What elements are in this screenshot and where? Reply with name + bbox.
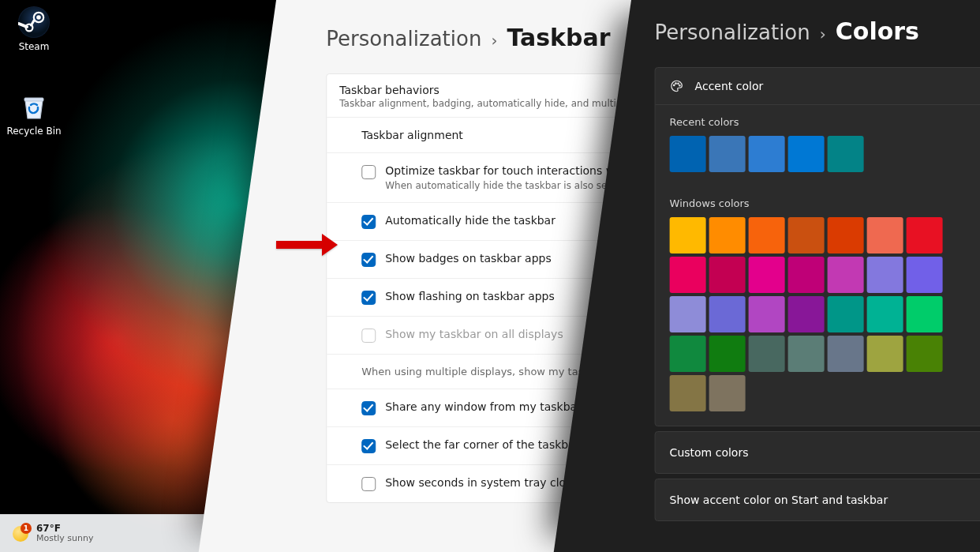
windows-colors-swatches: [670, 217, 974, 411]
color-swatch[interactable]: [788, 217, 825, 253]
steam-icon: [18, 6, 50, 38]
breadcrumb: Personalization › Colors: [655, 17, 980, 45]
color-swatch[interactable]: [709, 336, 746, 372]
weather-condition: Mostly sunny: [36, 534, 93, 543]
taskbar-weather-widget[interactable]: 1 67°F Mostly sunny: [8, 515, 96, 552]
svg-point-6: [675, 83, 677, 84]
desktop-icon-recycle-bin[interactable]: Recycle Bin: [5, 91, 63, 137]
breadcrumb-current: Taskbar: [507, 24, 610, 51]
weather-badge: 1: [21, 523, 32, 534]
color-swatch[interactable]: [828, 257, 864, 293]
svg-rect-4: [24, 98, 43, 101]
desktop-icon-steam[interactable]: Steam: [5, 6, 63, 52]
color-swatch[interactable]: [670, 336, 706, 372]
svg-point-2: [36, 15, 41, 20]
breadcrumb-parent[interactable]: Personalization: [655, 21, 810, 44]
color-swatch[interactable]: [709, 136, 746, 172]
color-swatch[interactable]: [867, 336, 903, 372]
svg-point-7: [678, 83, 679, 84]
color-swatch[interactable]: [788, 296, 825, 332]
color-swatch[interactable]: [828, 296, 864, 332]
accent-color-card: Accent color Recent colors Windows color…: [655, 67, 980, 426]
color-swatch[interactable]: [828, 217, 864, 253]
color-swatch[interactable]: [867, 217, 903, 253]
chevron-right-icon: ›: [820, 24, 826, 43]
checkbox[interactable]: [361, 477, 376, 491]
color-swatch[interactable]: [709, 296, 746, 332]
recent-colors-section: Recent colors: [656, 104, 980, 186]
weather-text: 67°F Mostly sunny: [36, 524, 93, 543]
checkbox[interactable]: [361, 401, 376, 415]
palette-icon: [670, 79, 684, 93]
color-swatch[interactable]: [709, 257, 746, 293]
color-swatch[interactable]: [907, 217, 943, 253]
color-swatch[interactable]: [670, 296, 706, 332]
section-label: Recent colors: [670, 116, 974, 128]
breadcrumb-current: Colors: [836, 17, 919, 45]
color-swatch[interactable]: [907, 336, 943, 372]
color-swatch[interactable]: [709, 375, 746, 411]
color-swatch[interactable]: [788, 136, 825, 172]
recent-colors-swatches: [670, 136, 974, 172]
checkbox[interactable]: [361, 165, 376, 179]
recycle-bin-icon: [18, 91, 50, 122]
callout-arrow: [276, 234, 338, 256]
section-label: Windows colors: [670, 197, 974, 209]
windows-colors-section: Windows colors: [656, 186, 980, 426]
chevron-right-icon: ›: [491, 31, 497, 50]
color-swatch[interactable]: [867, 257, 903, 293]
breadcrumb-parent[interactable]: Personalization: [326, 27, 481, 51]
color-swatch[interactable]: [828, 136, 864, 172]
custom-colors-card[interactable]: Custom colors: [655, 431, 980, 474]
color-swatch[interactable]: [749, 136, 785, 172]
color-swatch[interactable]: [670, 136, 706, 172]
checkbox[interactable]: [361, 329, 376, 343]
desktop-icon-label: Steam: [5, 41, 63, 52]
color-swatch[interactable]: [749, 296, 785, 332]
checkbox[interactable]: [361, 439, 376, 453]
color-swatch[interactable]: [749, 257, 785, 293]
weather-icon: 1: [11, 524, 30, 543]
color-swatch[interactable]: [907, 296, 943, 332]
color-swatch[interactable]: [670, 375, 706, 411]
settings-colors-panel: Personalization › Colors Accent color Re…: [595, 0, 980, 521]
color-swatch[interactable]: [749, 217, 785, 253]
color-swatch[interactable]: [907, 257, 943, 293]
checkbox[interactable]: [361, 291, 376, 305]
color-swatch[interactable]: [867, 296, 903, 332]
desktop-icon-label: Recycle Bin: [5, 126, 63, 137]
color-swatch[interactable]: [670, 217, 706, 253]
color-swatch[interactable]: [788, 257, 825, 293]
color-swatch[interactable]: [670, 257, 706, 293]
color-swatch[interactable]: [828, 336, 864, 372]
setting-accent-color[interactable]: Accent color: [656, 68, 980, 104]
color-swatch[interactable]: [709, 217, 746, 253]
color-swatch[interactable]: [749, 336, 785, 372]
accent-on-start-card[interactable]: Show accent color on Start and taskbar: [655, 479, 980, 521]
svg-point-8: [679, 85, 681, 87]
color-swatch[interactable]: [788, 336, 825, 372]
checkbox[interactable]: [361, 215, 376, 229]
checkbox[interactable]: [361, 253, 376, 267]
svg-point-5: [673, 84, 675, 86]
